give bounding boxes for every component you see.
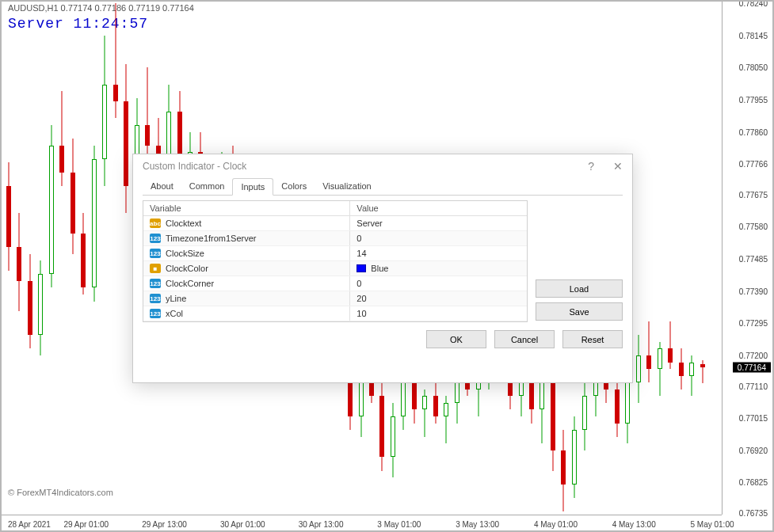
color-swatch-icon (356, 264, 366, 272)
save-button[interactable]: Save (536, 302, 623, 321)
input-row[interactable]: 123ClockSize14 (143, 246, 527, 261)
input-row[interactable]: 123xCol10 (143, 306, 527, 321)
dialog-title: Custom Indicator - Clock (143, 161, 246, 172)
variable-name: yLine (166, 294, 186, 303)
ok-button[interactable]: OK (426, 330, 486, 348)
variable-name: ClockColor (166, 264, 208, 273)
input-row[interactable]: 123Timezone1from1Server0 (143, 231, 527, 246)
yaxis-tick: 0.77580 (739, 222, 768, 231)
variable-value[interactable]: 20 (350, 291, 527, 306)
int-type-icon: 123 (150, 309, 161, 318)
price-axis: 0.782400.781450.780500.779550.778600.777… (722, 2, 772, 515)
yaxis-tick: 0.77200 (739, 352, 768, 360)
variable-name: ClockCorner (166, 279, 214, 288)
current-price-marker: 0.77164 (733, 363, 771, 373)
input-row[interactable]: 123ClockCorner0 (143, 276, 527, 291)
tab-about[interactable]: About (143, 178, 181, 195)
xaxis-tick: 4 May 13:00 (612, 520, 656, 529)
int-type-icon: 123 (150, 234, 161, 243)
xaxis-tick: 28 Apr 2021 (8, 520, 51, 529)
tab-strip: AboutCommonInputsColorsVisualization (143, 178, 623, 196)
variable-value[interactable]: 14 (350, 246, 527, 260)
xaxis-tick: 30 Apr 13:00 (299, 520, 344, 529)
cancel-button[interactable]: Cancel (494, 330, 555, 348)
yaxis-tick: 0.77860 (739, 127, 768, 136)
input-row[interactable]: ■ClockColor Blue (143, 261, 527, 276)
inputs-grid[interactable]: Variable Value abcClocktextServer123Time… (143, 200, 528, 322)
column-header-variable[interactable]: Variable (143, 201, 350, 215)
xaxis-tick: 4 May 01:00 (534, 520, 578, 529)
tab-visualization[interactable]: Visualization (315, 178, 379, 195)
variable-name: xCol (166, 309, 183, 318)
input-row[interactable]: 123yLine20 (143, 291, 527, 306)
variable-name: Clocktext (166, 218, 201, 228)
yaxis-tick: 0.78240 (739, 0, 768, 8)
yaxis-tick: 0.78145 (739, 31, 768, 40)
input-row[interactable]: abcClocktextServer (143, 216, 527, 231)
yaxis-tick: 0.77485 (739, 255, 768, 264)
text-type-icon: abc (150, 218, 161, 228)
dialog-titlebar[interactable]: Custom Indicator - Clock ? ✕ (133, 154, 632, 178)
tab-inputs[interactable]: Inputs (232, 178, 273, 196)
xaxis-tick: 3 May 13:00 (456, 520, 499, 529)
int-type-icon: 123 (150, 294, 161, 303)
yaxis-tick: 0.77955 (739, 95, 768, 104)
indicator-properties-dialog: Custom Indicator - Clock ? ✕ AboutCommon… (132, 154, 633, 383)
int-type-icon: 123 (150, 279, 161, 288)
symbol-ohlc-readout: AUDUSD,H1 0.77174 0.77186 0.77119 0.7716… (8, 3, 194, 13)
variable-value[interactable]: 0 (350, 231, 527, 245)
yaxis-tick: 0.77390 (739, 287, 768, 295)
yaxis-tick: 0.76735 (739, 509, 768, 518)
variable-value[interactable]: Server (350, 216, 527, 230)
tab-common[interactable]: Common (181, 178, 233, 195)
tab-colors[interactable]: Colors (273, 178, 315, 195)
variable-value[interactable]: Blue (350, 261, 527, 276)
yaxis-tick: 0.77766 (739, 159, 768, 168)
server-clock-label: Server 11:24:57 (8, 16, 148, 32)
yaxis-tick: 0.77110 (739, 382, 768, 390)
load-button[interactable]: Load (536, 279, 623, 298)
variable-name: Timezone1from1Server (166, 234, 257, 243)
yaxis-tick: 0.76920 (739, 446, 768, 454)
xaxis-tick: 29 Apr 13:00 (142, 520, 187, 529)
xaxis-tick: 3 May 01:00 (377, 520, 421, 529)
xaxis-tick: 30 Apr 01:00 (220, 520, 265, 529)
yaxis-tick: 0.76825 (739, 478, 768, 487)
variable-value[interactable]: 0 (350, 276, 527, 291)
yaxis-tick: 0.77675 (739, 190, 768, 199)
help-icon[interactable]: ? (588, 160, 594, 173)
time-axis: 28 Apr 202129 Apr 01:0029 Apr 13:0030 Ap… (2, 515, 722, 530)
variable-name: ClockSize (166, 249, 204, 258)
xaxis-tick: 29 Apr 01:00 (63, 520, 109, 529)
color-type-icon: ■ (150, 264, 161, 273)
int-type-icon: 123 (150, 249, 161, 258)
yaxis-tick: 0.77295 (739, 319, 768, 328)
yaxis-tick: 0.77015 (739, 414, 768, 423)
close-icon[interactable]: ✕ (613, 160, 623, 173)
yaxis-tick: 0.78050 (739, 63, 768, 72)
reset-button[interactable]: Reset (562, 330, 623, 348)
footer-credit: © ForexMT4Indicators.com (8, 488, 113, 497)
variable-value[interactable]: 10 (350, 306, 527, 321)
xaxis-tick: 5 May 01:00 (690, 520, 734, 529)
column-header-value[interactable]: Value (350, 201, 527, 215)
